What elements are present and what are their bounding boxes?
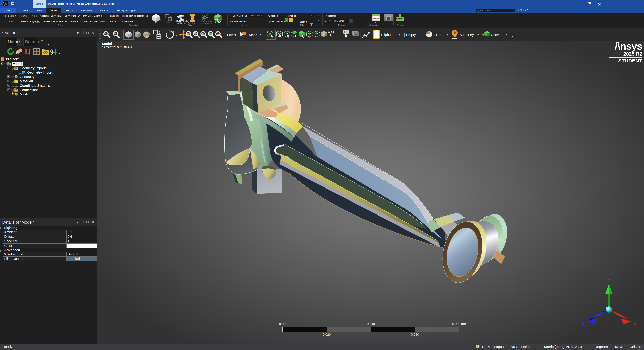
svg-text:▾: ▾ (176, 34, 177, 36)
svg-text:⌄: ⌄ (511, 32, 514, 38)
svg-text:Geometry Imports: Geometry Imports (20, 66, 47, 70)
svg-text:Show: Show (165, 21, 170, 24)
svg-text:▾: ▾ (260, 33, 261, 36)
svg-text:Show: Show (396, 18, 402, 20)
svg-text:Viewports: Viewports (372, 18, 381, 20)
svg-text:Clipboard: Clipboard (381, 33, 396, 36)
svg-text:▾: ▾ (506, 33, 507, 36)
svg-text:1+0: 1+0 (344, 31, 348, 33)
svg-text:Z: Z (582, 322, 584, 325)
svg-text:▾: ▾ (447, 33, 448, 36)
svg-text:Section: Section (188, 22, 195, 24)
svg-text:Model: Model (12, 62, 22, 66)
svg-text:Convert: Convert (491, 33, 502, 36)
svg-text:Extend: Extend (434, 33, 444, 36)
svg-text:▾: ▾ (478, 33, 479, 36)
svg-text:[ Empty ]: [ Empty ] (404, 33, 418, 36)
svg-text:Display: Display (153, 18, 161, 21)
svg-text:X: X (634, 322, 636, 326)
svg-text:X,Y,Z: X,Y,Z (328, 30, 334, 33)
svg-text:Select: Select (227, 33, 236, 36)
svg-text:?: ? (12, 75, 14, 79)
svg-text:▼: ▼ (155, 22, 157, 24)
svg-text:Geometry: Geometry (20, 75, 34, 79)
svg-text:Project*: Project* (6, 57, 18, 61)
svg-text:Connections: Connections (20, 88, 38, 92)
svg-text:Mesh: Mesh (20, 92, 28, 96)
svg-text:▼: ▼ (399, 21, 401, 24)
svg-text:and Beams: and Beams (176, 22, 187, 24)
svg-text:Geometry Import: Geometry Import (27, 70, 52, 74)
svg-text:▼: ▼ (58, 52, 60, 55)
svg-text:Coordinate Systems: Coordinate Systems (20, 84, 50, 87)
svg-text:Z: Z (51, 51, 54, 56)
svg-text:▾: ▾ (399, 33, 400, 36)
svg-text:Y: Y (608, 279, 610, 282)
svg-text:Select By: Select By (460, 33, 474, 36)
svg-text:Mode: Mode (249, 33, 257, 36)
svg-text:M: M (4, 4, 5, 6)
svg-text:▼: ▼ (375, 21, 377, 24)
svg-text:ABC: ABC (355, 33, 359, 35)
svg-text:Style▾: Style▾ (215, 20, 221, 23)
svg-text:Connections: Connections (200, 22, 212, 24)
svg-text:Materials: Materials (20, 79, 34, 83)
